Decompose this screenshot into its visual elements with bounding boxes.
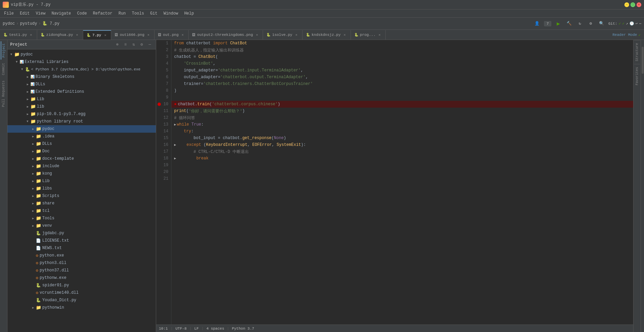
tree-item-scripts[interactable]: ▶ 📁 Scripts <box>7 192 156 200</box>
breadcrumb-pystudy[interactable]: pystudy <box>20 21 37 26</box>
git-arrow[interactable]: ↗ <box>626 21 628 26</box>
tab-close-test1[interactable]: ✕ <box>29 32 33 37</box>
tree-item-idea[interactable]: ▶ 📁 .idea <box>7 133 156 140</box>
menu-tools[interactable]: Tools <box>129 10 147 17</box>
locate-button[interactable]: ⊕ <box>114 41 121 48</box>
tree-item-doc[interactable]: ▶ 📁 Doc <box>7 148 156 155</box>
collapse-all-button[interactable]: ≡ <box>122 41 129 48</box>
menu-window[interactable]: Window <box>161 10 181 17</box>
user-icon-btn[interactable]: 👤 <box>533 20 541 28</box>
status-python[interactable]: Python 3.7 <box>232 327 254 331</box>
editor-scrollbar[interactable] <box>641 40 644 332</box>
scrollbar-thumb[interactable] <box>642 47 644 74</box>
tab-out1666[interactable]: 🖼 out1666.png ✕ <box>111 30 154 40</box>
build-button[interactable]: 🔨 <box>565 20 573 28</box>
tree-item-tcl[interactable]: ▶ 📁 tcl <box>7 207 156 215</box>
tree-item-tools[interactable]: ▶ 📁 Tools <box>7 215 156 222</box>
tree-item-libs[interactable]: ▶ 📁 libs <box>7 185 156 192</box>
tab-close-1solve[interactable]: ✕ <box>294 32 299 37</box>
tab-knd[interactable]: 🐍 kndskdnsjz.py ✕ <box>303 30 351 40</box>
tree-item-lib2[interactable]: ▶ 📁 Lib <box>7 177 156 185</box>
tab-close-prog[interactable]: ✕ <box>377 32 382 37</box>
run-count-badge[interactable]: 7 <box>544 21 552 26</box>
menu-view[interactable]: View <box>33 10 48 17</box>
tree-item-youdao[interactable]: 🐍 Youdao_Dict.py <box>7 296 156 304</box>
tab-1solve[interactable]: 🐍 1solve.py ✕ <box>263 30 302 40</box>
code-lines[interactable]: from chatterbot import ChatBot # 生成机器人，指… <box>171 40 633 325</box>
menu-git[interactable]: Git <box>147 10 160 17</box>
pull-requests-tab[interactable]: Pull Requests <box>1 79 6 109</box>
tab-out[interactable]: 🖼 out.png ✕ <box>154 30 189 40</box>
panel-close-button[interactable]: ─ <box>146 41 153 48</box>
tree-item-ext-libs[interactable]: ▶ 📊 External Libraries <box>7 58 156 66</box>
tab-close-out[interactable]: ✕ <box>180 32 185 37</box>
tree-item-python37[interactable]: ▶ 🐍 < Python 3.7 (pycharm_doc) > D:\pyth… <box>7 66 156 73</box>
tree-item-pythonw-exe[interactable]: ⚙ pythonw.exe <box>7 274 156 282</box>
favorites-tab[interactable]: Favorites <box>634 64 640 88</box>
tree-item-news[interactable]: 📄 NEWS.txt <box>7 244 156 252</box>
tree-item-python-exe[interactable]: ⚙ python.exe <box>7 252 156 259</box>
tree-item-lib[interactable]: ▶ 📁 Lib <box>7 95 156 103</box>
tree-item-kong[interactable]: ▶ 📁 kong <box>7 170 156 177</box>
code-editor[interactable]: 1 2 3 4 5 6 7 8 9 10 11 12 13 14 15 16 1… <box>156 40 633 325</box>
tab-close-output2[interactable]: ✕ <box>255 32 259 37</box>
refresh-button[interactable]: ↻ <box>576 20 584 28</box>
project-tab[interactable]: Project <box>1 41 6 60</box>
tree-item-binary[interactable]: ▶ 📊 Binary Skeletons <box>7 73 156 81</box>
tree-item-license[interactable]: 📄 LICENSE.txt <box>7 237 156 244</box>
tree-item-pip-egg[interactable]: ▶ 📁 pip-10.0.1-py3.7.egg <box>7 110 156 118</box>
panel-settings-button[interactable]: ⚙ <box>138 41 145 48</box>
tree-item-python3-dll[interactable]: ⚙ python3.dll <box>7 259 156 267</box>
commit-tab[interactable]: Commit <box>1 61 6 77</box>
tree-item-lib-lower[interactable]: ▶ 📁 lib <box>7 103 156 110</box>
tree-item-jgdabc[interactable]: 🐍 jgdabc.py <box>7 229 156 237</box>
close-button[interactable]: ✕ <box>637 2 641 7</box>
menu-navigate[interactable]: Navigate <box>49 10 74 17</box>
tree-item-venv[interactable]: ▶ 📁 venv <box>7 222 156 229</box>
tree-item-pythonwin[interactable]: ▶ 📁 pythonwin <box>7 304 156 311</box>
settings-button[interactable]: ⚙ <box>587 20 595 28</box>
menu-code[interactable]: Code <box>74 10 90 17</box>
status-line-col[interactable]: 10:1 <box>159 327 168 331</box>
tree-item-pydoc-sub[interactable]: ▶ 📁 pydoc <box>7 125 156 133</box>
tree-item-pydoc-root[interactable]: ▶ 📁 pydoc <box>7 51 156 58</box>
structure-tab[interactable]: Structure <box>634 40 640 64</box>
tree-item-python37-dll[interactable]: ⚙ python37.dll <box>7 267 156 274</box>
maximize-button[interactable]: □ <box>630 2 635 7</box>
tree-item-share[interactable]: ▶ 📁 share <box>7 200 156 207</box>
tab-close-out1666[interactable]: ✕ <box>146 32 151 37</box>
tab-close-knd[interactable]: ✕ <box>342 32 347 37</box>
tree-item-include[interactable]: ▶ 📁 include <box>7 162 156 170</box>
git-clock[interactable]: 🕐 <box>629 21 634 26</box>
tree-item-dlls2[interactable]: ▶ 📁 DLLs <box>7 140 156 148</box>
git-more[interactable]: ⋯ <box>639 21 641 26</box>
tree-item-python-lib-root[interactable]: ▶ 📁 python library root <box>7 118 156 125</box>
git-undo[interactable]: ↩ <box>636 21 638 26</box>
menu-refactor[interactable]: Refactor <box>90 10 115 17</box>
tab-prog[interactable]: 🐍 prog... ✕ <box>351 30 386 40</box>
menu-help[interactable]: Help <box>182 10 197 17</box>
tab-zidonghua[interactable]: 🐍 zidonghua.py ✕ <box>37 30 83 40</box>
status-encoding[interactable]: UTF-8 <box>175 327 187 331</box>
status-indent[interactable]: 4 spaces <box>206 327 224 331</box>
reader-mode-btn[interactable]: Reader Mode ✓ <box>613 30 644 40</box>
expand-all-button[interactable]: ⇅ <box>130 41 137 48</box>
status-linesep[interactable]: LF <box>194 327 199 331</box>
menu-run[interactable]: Run <box>116 10 128 17</box>
tree-item-docx-template[interactable]: ▶ 📁 docx-template <box>7 155 156 162</box>
breadcrumb-file[interactable]: 🐍 7.py <box>42 21 59 26</box>
tab-output2[interactable]: 🖼 output2-threekingdoms.png ✕ <box>189 30 263 40</box>
tree-item-vcruntime[interactable]: ⚙ vcruntime140.dll <box>7 289 156 296</box>
tree-item-spider01[interactable]: 🐍 spider01.py <box>7 282 156 289</box>
tab-close-7py[interactable]: ✕ <box>103 33 108 38</box>
search-button[interactable]: 🔍 <box>597 20 605 28</box>
minimize-button[interactable]: ─ <box>624 2 629 7</box>
tab-close-zidonghua[interactable]: ✕ <box>75 32 79 37</box>
menu-file[interactable]: File <box>1 10 17 17</box>
tab-test1[interactable]: 🐍 test1.py ✕ <box>0 30 37 40</box>
tab-7py[interactable]: 🐍 7.py ✕ <box>83 30 111 40</box>
git-check1[interactable]: ✓ <box>619 21 621 26</box>
breadcrumb-pydoc[interactable]: pydoc <box>3 21 15 26</box>
run-button[interactable]: ▶ <box>554 20 562 28</box>
git-check2[interactable]: ✓ <box>622 21 625 26</box>
